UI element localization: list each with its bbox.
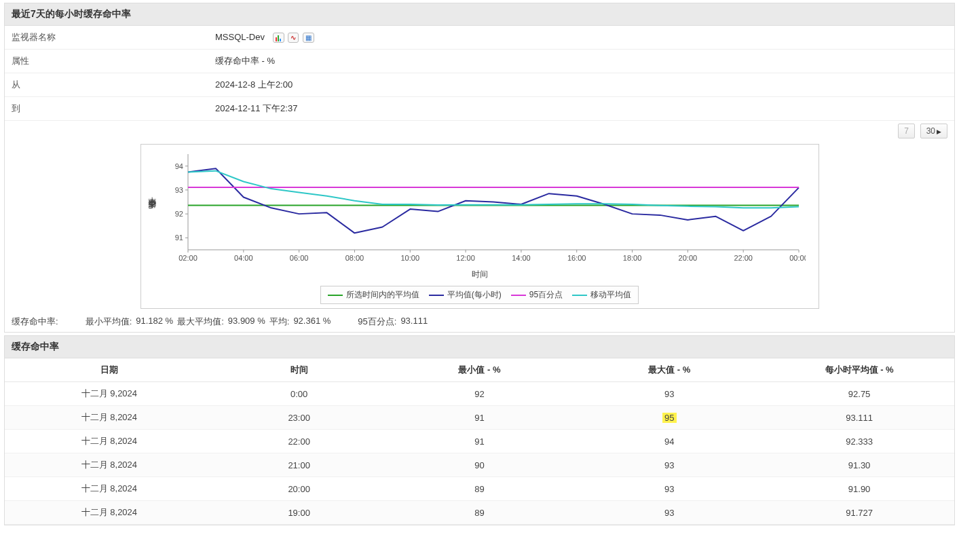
cell-min: 91 — [385, 406, 575, 430]
cell-max: 93 — [574, 453, 764, 477]
cell-time: 22:00 — [214, 430, 385, 453]
th-max: 最大值 - % — [574, 358, 764, 382]
data-panel: 缓存命中率 日期 时间 最小值 - % 最大值 - % 每小时平均值 - % 十… — [4, 335, 955, 525]
table-row: 十二月 8,202420:00899391.90 — [5, 477, 954, 501]
table-row: 十二月 8,202419:00899391.727 — [5, 501, 954, 525]
range-30-button[interactable]: 30▶ — [920, 124, 947, 138]
monitor-icons: ∿ ▦ — [273, 32, 316, 43]
cell-min: 92 — [385, 382, 575, 406]
stats-prop-label: 缓存命中率: — [12, 316, 58, 328]
cell-max: 93 — [574, 382, 764, 406]
svg-text:12:00: 12:00 — [456, 254, 475, 262]
legend-hourly-avg-label: 平均值(每小时) — [447, 289, 502, 301]
cell-time: 0:00 — [214, 382, 385, 406]
attr-label: 属性 — [5, 50, 208, 73]
cell-min: 90 — [385, 453, 575, 477]
bar-chart-icon[interactable] — [273, 33, 284, 43]
cell-max: 94 — [574, 430, 764, 453]
cell-date: 十二月 8,2024 — [5, 477, 214, 501]
panel2-title: 缓存命中率 — [5, 336, 954, 358]
svg-text:14:00: 14:00 — [512, 254, 531, 262]
th-min: 最小值 - % — [385, 358, 575, 382]
stats-max-label: 最大平均值: — [177, 316, 224, 328]
svg-text:08:00: 08:00 — [345, 254, 364, 262]
legend-moving-avg: 移动平均值 — [572, 289, 631, 301]
from-value: 2024-12-8 上午2:00 — [208, 73, 954, 97]
attr-value: 缓存命中率 - % — [208, 50, 954, 73]
chart-box: 缓存命中率 % 9192939402:0004:0006:0008:0010:0… — [140, 144, 819, 309]
stats-row: 缓存命中率: 最小平均值: 91.182 % 最大平均值: 93.909 % 平… — [5, 309, 954, 332]
svg-text:20:00: 20:00 — [678, 254, 697, 262]
line-chart-icon[interactable]: ∿ — [288, 33, 299, 43]
chevron-right-icon: ▶ — [937, 128, 941, 135]
grid-icon[interactable]: ▦ — [303, 33, 314, 43]
svg-text:94: 94 — [174, 162, 183, 170]
cell-avg: 92.333 — [764, 430, 954, 453]
cell-max: 93 — [574, 477, 764, 501]
cell-min: 89 — [385, 477, 575, 501]
legend-p95: 95百分点 — [511, 289, 563, 301]
svg-text:18:00: 18:00 — [622, 254, 641, 262]
to-label: 到 — [5, 97, 208, 121]
legend-p95-label: 95百分点 — [529, 289, 563, 301]
monitor-value: MSSQL-Dev — [215, 32, 265, 42]
cell-date: 十二月 8,2024 — [5, 453, 214, 477]
y-axis-label: 缓存命中率 % — [147, 201, 158, 215]
range-7-button[interactable]: 7 — [898, 124, 915, 138]
chart-wrap: 缓存命中率 % 9192939402:0004:0006:0008:0010:0… — [5, 141, 954, 309]
monitor-value-cell: MSSQL-Dev ∿ ▦ — [208, 26, 954, 50]
panel1-title: 最近7天的每小时缓存命中率 — [5, 3, 954, 26]
svg-text:22:00: 22:00 — [734, 254, 753, 262]
legend-overall-avg-label: 所选时间内的平均值 — [346, 289, 419, 301]
cell-avg: 91.30 — [764, 453, 954, 477]
cell-time: 21:00 — [214, 453, 385, 477]
table-row: 十二月 8,202421:00909391.30 — [5, 453, 954, 477]
top-panel: 最近7天的每小时缓存命中率 监视器名称 MSSQL-Dev ∿ ▦ 属性 缓存命… — [4, 3, 955, 333]
svg-text:92: 92 — [174, 210, 183, 218]
cell-date: 十二月 8,2024 — [5, 501, 214, 525]
cell-max: 93 — [574, 501, 764, 525]
from-label: 从 — [5, 73, 208, 97]
cell-avg: 91.90 — [764, 477, 954, 501]
cell-avg: 91.727 — [764, 501, 954, 525]
th-avg: 每小时平均值 - % — [764, 358, 954, 382]
stats-min-label: 最小平均值: — [86, 316, 132, 328]
legend-hourly-avg: 平均值(每小时) — [429, 289, 502, 301]
stats-p95-label: 95百分点: — [358, 316, 396, 328]
cell-date: 十二月 8,2024 — [5, 430, 214, 453]
cell-date: 十二月 9,2024 — [5, 382, 214, 406]
x-axis-label: 时间 — [147, 269, 813, 280]
svg-text:10:00: 10:00 — [400, 254, 419, 262]
svg-text:93: 93 — [174, 186, 183, 194]
table-row: 十二月 9,20240:00929392.75 — [5, 382, 954, 406]
range-buttons: 7 30▶ — [5, 121, 954, 141]
th-time: 时间 — [214, 358, 385, 382]
svg-text:04:00: 04:00 — [234, 254, 253, 262]
range-30-label: 30 — [926, 126, 935, 136]
info-table: 监视器名称 MSSQL-Dev ∿ ▦ 属性 缓存命中率 - % 从 2024-… — [5, 26, 954, 121]
svg-text:02:00: 02:00 — [178, 254, 198, 262]
cell-min: 89 — [385, 501, 575, 525]
monitor-label: 监视器名称 — [5, 26, 208, 50]
stats-p95-value: 93.111 — [400, 316, 428, 328]
cell-time: 20:00 — [214, 477, 385, 501]
svg-text:91: 91 — [174, 234, 183, 242]
stats-avg-label: 平均: — [269, 316, 290, 328]
cell-time: 23:00 — [214, 406, 385, 430]
cell-date: 十二月 8,2024 — [5, 406, 214, 430]
cell-avg: 92.75 — [764, 382, 954, 406]
table-row: 十二月 8,202423:00919593.111 — [5, 406, 954, 430]
stats-min-value: 91.182 % — [136, 316, 173, 328]
cell-time: 19:00 — [214, 501, 385, 525]
stats-avg-value: 92.361 % — [293, 316, 331, 328]
data-table: 日期 时间 最小值 - % 最大值 - % 每小时平均值 - % 十二月 9,2… — [5, 358, 954, 525]
svg-text:06:00: 06:00 — [289, 254, 308, 262]
cell-max: 95 — [574, 406, 764, 430]
legend-overall-avg: 所选时间内的平均值 — [328, 289, 419, 301]
svg-text:16:00: 16:00 — [567, 254, 586, 262]
legend: 所选时间内的平均值 平均值(每小时) 95百分点 移动平均值 — [320, 286, 639, 304]
table-row: 十二月 8,202422:00919492.333 — [5, 430, 954, 453]
cell-min: 91 — [385, 430, 575, 453]
stats-max-value: 93.909 % — [228, 316, 265, 328]
svg-text:00:00: 00:00 — [789, 254, 806, 262]
